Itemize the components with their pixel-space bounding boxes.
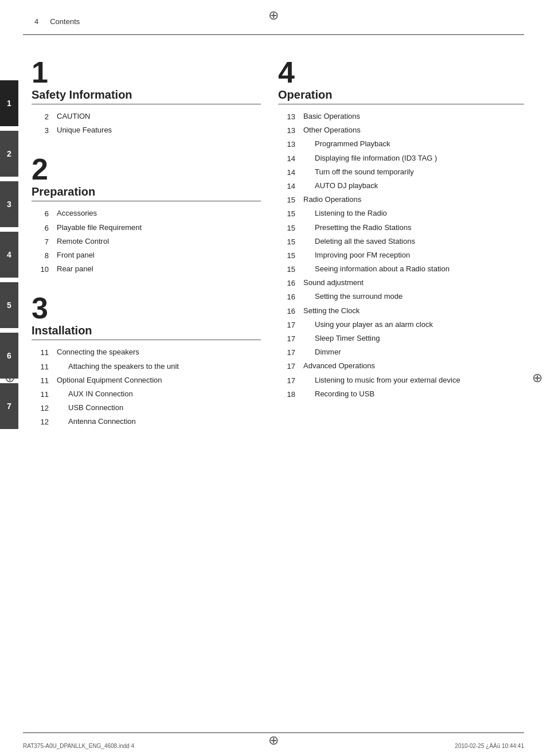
toc-page: 17 <box>278 361 295 372</box>
toc-page: 3 <box>32 125 49 136</box>
side-tab-6: 6 <box>0 333 18 379</box>
toc-page: 14 <box>278 181 295 192</box>
side-tab-4: 4 <box>0 232 18 278</box>
toc-text: Basic Operations <box>303 111 524 122</box>
toc-page: 15 <box>278 194 295 205</box>
page-footer: RAT375-A0U_DPANLLK_ENG_4608.indd 4 2010-… <box>23 743 524 749</box>
section-1-title: Safety Information <box>32 88 261 104</box>
toc-text: Accessories <box>57 208 261 219</box>
header-title: Contents <box>50 17 80 26</box>
toc-entry: 16 Sound adjustment <box>278 278 524 289</box>
toc-text: AUTO DJ playback <box>303 181 524 192</box>
toc-entry: 17 Sleep Timer Setting <box>278 333 524 344</box>
toc-text: AUX IN Connection <box>57 389 261 400</box>
section-2: 2 Preparation 6 Accessories 6 Playable f… <box>32 154 261 275</box>
toc-page: 11 <box>32 347 49 358</box>
toc-entry: 15 Listening to the Radio <box>278 208 524 219</box>
toc-page: 14 <box>278 153 295 164</box>
toc-page: 16 <box>278 306 295 317</box>
toc-entry: 11 Attaching the speakers to the unit <box>32 361 261 372</box>
toc-text: Dimmer <box>303 347 524 358</box>
section-2-title: Preparation <box>32 185 261 201</box>
toc-page: 17 <box>278 319 295 330</box>
side-tab-1: 1 <box>0 80 18 126</box>
section-4: 4 Operation 13 Basic Operations 13 Other… <box>278 57 524 400</box>
toc-page: 15 <box>278 264 295 275</box>
toc-text: Setting the surround mode <box>303 291 524 302</box>
toc-page: 17 <box>278 333 295 344</box>
toc-text: Other Operations <box>303 125 524 136</box>
toc-entry: 11 Connecting the speakers <box>32 347 261 358</box>
toc-page: 10 <box>32 264 49 275</box>
toc-page: 15 <box>278 250 295 261</box>
toc-page: 15 <box>278 236 295 247</box>
toc-text: Deleting all the saved Stations <box>303 236 524 247</box>
toc-entry: 7 Remote Control <box>32 236 261 247</box>
toc-text: CAUTION <box>57 111 261 122</box>
toc-entry: 11 AUX IN Connection <box>32 389 261 400</box>
toc-page: 13 <box>278 111 295 122</box>
toc-entry: 13 Other Operations <box>278 125 524 136</box>
toc-page: 11 <box>32 389 49 400</box>
toc-text: Connecting the speakers <box>57 347 261 358</box>
toc-page: 16 <box>278 291 295 302</box>
toc-text: Programmed Playback <box>303 139 524 150</box>
toc-entry: 3 Unique Features <box>32 125 261 136</box>
toc-page: 6 <box>32 208 49 219</box>
toc-page: 11 <box>32 361 49 372</box>
right-column: 4 Operation 13 Basic Operations 13 Other… <box>278 46 524 722</box>
toc-text: Setting the Clock <box>303 306 524 317</box>
toc-entry: 15 Radio Operations <box>278 194 524 205</box>
top-rule <box>23 34 524 35</box>
toc-text: Optional Equipment Connection <box>57 375 261 386</box>
toc-page: 17 <box>278 347 295 358</box>
section-1: 1 Safety Information 2 CAUTION 3 Unique … <box>32 57 261 136</box>
toc-page: 2 <box>32 111 49 122</box>
toc-page: 12 <box>32 416 49 427</box>
toc-entry: 13 Programmed Playback <box>278 139 524 150</box>
toc-text: Rear panel <box>57 264 261 275</box>
toc-text: Recording to USB <box>303 389 524 400</box>
toc-entry: 15 Seeing information about a Radio stat… <box>278 264 524 275</box>
section-1-number: 1 <box>32 57 261 87</box>
header-page-number: 4 <box>34 17 38 26</box>
toc-text: Displaying file information (ID3 TAG ) <box>303 153 524 164</box>
toc-entry: 16 Setting the Clock <box>278 306 524 317</box>
toc-entry: 12 Antenna Connection <box>32 416 261 427</box>
toc-text: Front panel <box>57 250 261 261</box>
toc-entry: 15 Presetting the Radio Stations <box>278 223 524 233</box>
toc-entry: 8 Front panel <box>32 250 261 261</box>
side-tabs: 1 2 3 4 5 6 7 <box>0 80 18 434</box>
toc-entry: 6 Accessories <box>32 208 261 219</box>
toc-page: 13 <box>278 125 295 136</box>
toc-page: 12 <box>32 403 49 414</box>
toc-entry: 6 Playable file Requirement <box>32 223 261 233</box>
toc-entry: 18 Recording to USB <box>278 389 524 400</box>
section-4-title: Operation <box>278 88 524 104</box>
toc-page: 15 <box>278 223 295 233</box>
side-tab-3: 3 <box>0 181 18 227</box>
toc-text: Attaching the speakers to the unit <box>57 361 261 372</box>
toc-page: 14 <box>278 167 295 178</box>
side-tab-2: 2 <box>0 131 18 177</box>
toc-text: Listening to the Radio <box>303 208 524 219</box>
toc-entry: 2 CAUTION <box>32 111 261 122</box>
toc-text: Seeing information about a Radio station <box>303 264 524 275</box>
toc-text: Antenna Connection <box>57 416 261 427</box>
section-2-number: 2 <box>32 154 261 184</box>
toc-entry: 14 Turn off the sound temporarily <box>278 167 524 178</box>
toc-entry: 10 Rear panel <box>32 264 261 275</box>
toc-page: 15 <box>278 208 295 219</box>
toc-text: Sleep Timer Setting <box>303 333 524 344</box>
toc-text: Unique Features <box>57 125 261 136</box>
print-mark-right: ⊕ <box>532 371 542 385</box>
toc-entry: 17 Advanced Operations <box>278 361 524 372</box>
toc-entry: 17 Listening to music from your external… <box>278 375 524 386</box>
toc-entry: 14 AUTO DJ playback <box>278 181 524 192</box>
footer-right: 2010-02-25 ¿ÀÀü 10:44:41 <box>455 743 524 749</box>
toc-entry: 17 Using your player as an alarm clock <box>278 319 524 330</box>
toc-text: Advanced Operations <box>303 361 524 372</box>
toc-page: 13 <box>278 139 295 150</box>
toc-page: 7 <box>32 236 49 247</box>
side-tab-7: 7 <box>0 383 18 429</box>
